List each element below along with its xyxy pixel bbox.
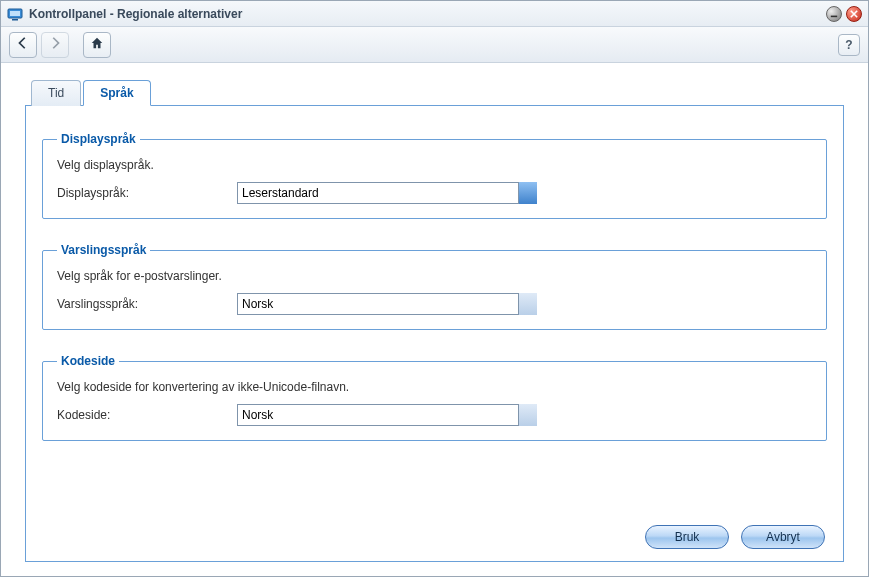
window-title: Kontrollpanel - Regionale alternativer: [29, 7, 822, 21]
app-icon: [7, 6, 23, 22]
group-notification-language: Varslingsspråk Velg språk for e-postvars…: [42, 243, 827, 330]
tab-time[interactable]: Tid: [31, 80, 81, 106]
home-button[interactable]: [83, 32, 111, 58]
minimize-button[interactable]: [826, 6, 842, 22]
apply-button[interactable]: Bruk: [645, 525, 729, 549]
tab-label: Tid: [48, 86, 64, 100]
group-legend: Varslingsspråk: [57, 243, 150, 257]
group-description: Velg displayspråk.: [57, 158, 812, 172]
notification-language-select[interactable]: Norsk: [237, 293, 537, 315]
group-legend: Displayspråk: [57, 132, 140, 146]
svg-rect-2: [10, 11, 20, 16]
tabstrip: Tid Språk: [31, 79, 844, 105]
home-icon: [90, 36, 104, 53]
field-row: Displayspråk: Leserstandard: [57, 182, 812, 204]
svg-rect-3: [831, 15, 837, 17]
close-button[interactable]: [846, 6, 862, 22]
group-description: Velg kodeside for konvertering av ikke-U…: [57, 380, 812, 394]
tab-language[interactable]: Språk: [83, 80, 150, 106]
field-label: Varslingsspråk:: [57, 297, 237, 311]
codepage-select-wrap: Norsk: [237, 404, 537, 426]
display-language-select-wrap: Leserstandard: [237, 182, 537, 204]
arrow-left-icon: [16, 36, 30, 53]
help-icon: ?: [845, 38, 852, 52]
back-button[interactable]: [9, 32, 37, 58]
cancel-button[interactable]: Avbryt: [741, 525, 825, 549]
titlebar: Kontrollpanel - Regionale alternativer: [1, 1, 868, 27]
window: Kontrollpanel - Regionale alternativer: [0, 0, 869, 577]
field-label: Displayspråk:: [57, 186, 237, 200]
button-row: Bruk Avbryt: [42, 517, 827, 553]
field-row: Varslingsspråk: Norsk: [57, 293, 812, 315]
arrow-right-icon: [48, 36, 62, 53]
field-row: Kodeside: Norsk: [57, 404, 812, 426]
display-language-select[interactable]: Leserstandard: [237, 182, 537, 204]
group-legend: Kodeside: [57, 354, 119, 368]
group-description: Velg språk for e-postvarslinger.: [57, 269, 812, 283]
group-display-language: Displayspråk Velg displayspråk. Displays…: [42, 132, 827, 219]
content-area: Tid Språk Displayspråk Velg displayspråk…: [1, 63, 868, 576]
forward-button[interactable]: [41, 32, 69, 58]
codepage-select[interactable]: Norsk: [237, 404, 537, 426]
svg-rect-1: [12, 19, 18, 21]
tab-label: Språk: [100, 86, 133, 100]
help-button[interactable]: ?: [838, 34, 860, 56]
toolbar: ?: [1, 27, 868, 63]
group-codepage: Kodeside Velg kodeside for konvertering …: [42, 354, 827, 441]
notification-language-select-wrap: Norsk: [237, 293, 537, 315]
field-label: Kodeside:: [57, 408, 237, 422]
tab-panel-language: Displayspråk Velg displayspråk. Displays…: [25, 105, 844, 562]
